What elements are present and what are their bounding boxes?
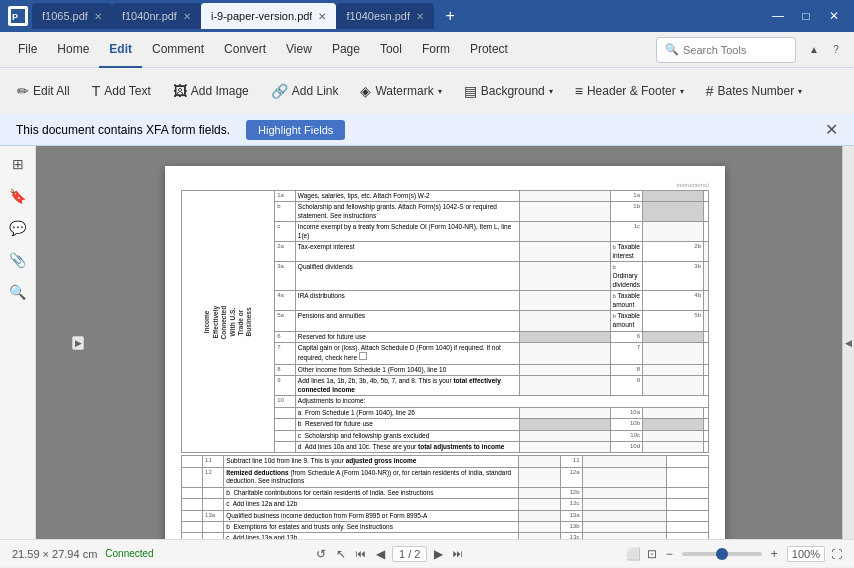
prev-page-button[interactable]: ◀ bbox=[373, 547, 388, 561]
ribbon-tab-tool[interactable]: Tool bbox=[370, 32, 412, 68]
edit all-icon: ✏ bbox=[17, 83, 29, 99]
tab-close-tab4[interactable]: ✕ bbox=[416, 11, 424, 22]
ribbon-tab-form[interactable]: Form bbox=[412, 32, 460, 68]
ribbon-tab-edit[interactable]: Edit bbox=[99, 32, 142, 68]
sidebar-pages-icon[interactable]: ⊞ bbox=[4, 150, 32, 178]
fullscreen-button[interactable]: ⛶ bbox=[831, 548, 842, 560]
collapse-buttons: ▲ ? bbox=[804, 40, 846, 60]
sidebar-expand-button[interactable]: ▶ bbox=[72, 336, 84, 350]
dropdown-arrow: ▾ bbox=[798, 87, 802, 96]
ribbon-btn-add-image[interactable]: 🖼Add Image bbox=[164, 75, 258, 107]
search-tools[interactable]: 🔍 bbox=[656, 37, 796, 63]
status-bar: 21.59 × 27.94 cm Connected ↺ ↖ ⏮ ◀ 1 / 2… bbox=[0, 539, 854, 567]
main-area: ⊞🔖💬📎🔍 ▶ instructions) IncomeEffectivelyC… bbox=[0, 146, 854, 539]
bates number-icon: # bbox=[706, 83, 714, 99]
help-button[interactable]: ? bbox=[826, 40, 846, 60]
add text-icon: T bbox=[92, 83, 101, 99]
fit-page-button[interactable]: ⬜ bbox=[626, 547, 641, 561]
page-navigation: ↺ ↖ ⏮ ◀ 1 / 2 ▶ ⏭ bbox=[313, 546, 466, 562]
add link-icon: 🔗 bbox=[271, 83, 288, 99]
next-page-button[interactable]: ▶ bbox=[431, 547, 446, 561]
sidebar-search-icon[interactable]: 🔍 bbox=[4, 278, 32, 306]
tabs-container: f1065.pdf✕f1040nr.pdf✕i-9-paper-version.… bbox=[32, 3, 434, 29]
tab-label: i-9-paper-version.pdf bbox=[211, 10, 313, 22]
ribbon-tab-view[interactable]: View bbox=[276, 32, 322, 68]
tab-close-tab2[interactable]: ✕ bbox=[183, 11, 191, 22]
document-dimensions: 21.59 × 27.94 cm bbox=[12, 548, 97, 560]
ribbon-btn-edit-all[interactable]: ✏Edit All bbox=[8, 75, 79, 107]
fit-width-button[interactable]: ⊡ bbox=[647, 547, 657, 561]
notification-bar: This document contains XFA form fields. … bbox=[0, 114, 854, 146]
ribbon-tab-protect[interactable]: Protect bbox=[460, 32, 518, 68]
tab-tab4[interactable]: f1040esn.pdf✕ bbox=[336, 3, 434, 29]
zoom-out-button[interactable]: − bbox=[663, 547, 676, 561]
ribbon-btn-watermark[interactable]: ◈Watermark▾ bbox=[351, 75, 450, 107]
dropdown-arrow: ▾ bbox=[438, 87, 442, 96]
pdf-page: instructions) IncomeEffectivelyConnected… bbox=[165, 166, 725, 539]
watermark-icon: ◈ bbox=[360, 83, 371, 99]
sidebar-attachments-icon[interactable]: 📎 bbox=[4, 246, 32, 274]
left-sidebar: ⊞🔖💬📎🔍 bbox=[0, 146, 36, 539]
background-icon: ▤ bbox=[464, 83, 477, 99]
zoom-controls: ⬜ ⊡ − + 100% ⛶ bbox=[626, 546, 842, 562]
tab-close-tab3[interactable]: ✕ bbox=[318, 11, 326, 22]
sidebar-bookmarks-icon[interactable]: 🔖 bbox=[4, 182, 32, 210]
zoom-thumb[interactable] bbox=[716, 548, 728, 560]
ribbon-btn-add-link[interactable]: 🔗Add Link bbox=[262, 75, 348, 107]
tab-label: f1040esn.pdf bbox=[346, 10, 410, 22]
tab-tab3[interactable]: i-9-paper-version.pdf✕ bbox=[201, 3, 337, 29]
search-icon: 🔍 bbox=[665, 43, 679, 56]
new-tab-button[interactable]: + bbox=[438, 4, 462, 28]
title-bar-left: P f1065.pdf✕f1040nr.pdf✕i-9-paper-versio… bbox=[8, 3, 462, 29]
ribbon-tab-page[interactable]: Page bbox=[322, 32, 370, 68]
zoom-percent[interactable]: 100% bbox=[787, 546, 825, 562]
page-number[interactable]: 1 / 2 bbox=[392, 546, 427, 562]
ribbon-tab-convert[interactable]: Convert bbox=[214, 32, 276, 68]
tab-close-tab1[interactable]: ✕ bbox=[94, 11, 102, 22]
tab-tab2[interactable]: f1040nr.pdf✕ bbox=[112, 3, 201, 29]
rotate-button[interactable]: ↺ bbox=[313, 547, 329, 561]
first-page-button[interactable]: ⏮ bbox=[353, 548, 369, 559]
app-icon: P bbox=[8, 6, 28, 26]
dropdown-arrow: ▾ bbox=[680, 87, 684, 96]
zoom-slider[interactable] bbox=[682, 552, 762, 556]
tab-tab1[interactable]: f1065.pdf✕ bbox=[32, 3, 112, 29]
add image-icon: 🖼 bbox=[173, 83, 187, 99]
pdf-viewport[interactable]: instructions) IncomeEffectivelyConnected… bbox=[48, 146, 842, 539]
title-bar: P f1065.pdf✕f1040nr.pdf✕i-9-paper-versio… bbox=[0, 0, 854, 32]
ribbon-tabs: FileHomeEditCommentConvertViewPageToolFo… bbox=[0, 32, 854, 68]
ribbon-btn-bates-number[interactable]: #Bates Number▾ bbox=[697, 75, 812, 107]
ribbon-tab-home[interactable]: Home bbox=[47, 32, 99, 68]
notification-close-button[interactable]: ✕ bbox=[825, 120, 838, 139]
zoom-in-button[interactable]: + bbox=[768, 547, 781, 561]
window-controls: — □ ✕ bbox=[766, 4, 846, 28]
maximize-button[interactable]: □ bbox=[794, 4, 818, 28]
search-input[interactable] bbox=[683, 44, 787, 56]
close-button[interactable]: ✕ bbox=[822, 4, 846, 28]
ribbon-btn-header-&-footer[interactable]: ≡Header & Footer▾ bbox=[566, 75, 693, 107]
connected-status: Connected bbox=[105, 548, 153, 559]
sidebar-comments-icon[interactable]: 💬 bbox=[4, 214, 32, 242]
expand-button[interactable]: ▲ bbox=[804, 40, 824, 60]
dropdown-arrow: ▾ bbox=[549, 87, 553, 96]
ribbon-actions: ✏Edit AllTAdd Text🖼Add Image🔗Add Link◈Wa… bbox=[0, 68, 854, 114]
highlight-fields-button[interactable]: Highlight Fields bbox=[246, 120, 345, 140]
tab-label: f1040nr.pdf bbox=[122, 10, 177, 22]
last-page-button[interactable]: ⏭ bbox=[450, 548, 466, 559]
ribbon-btn-add-text[interactable]: TAdd Text bbox=[83, 75, 160, 107]
notification-text: This document contains XFA form fields. bbox=[16, 123, 230, 137]
ribbon-tab-comment[interactable]: Comment bbox=[142, 32, 214, 68]
ribbon-tab-file[interactable]: File bbox=[8, 32, 47, 68]
svg-text:P: P bbox=[12, 12, 18, 22]
tab-label: f1065.pdf bbox=[42, 10, 88, 22]
right-sidebar-expand-button[interactable]: ◀ bbox=[842, 146, 854, 539]
minimize-button[interactable]: — bbox=[766, 4, 790, 28]
cursor-button[interactable]: ↖ bbox=[333, 547, 349, 561]
header & footer-icon: ≡ bbox=[575, 83, 583, 99]
ribbon-btn-background[interactable]: ▤Background▾ bbox=[455, 75, 562, 107]
